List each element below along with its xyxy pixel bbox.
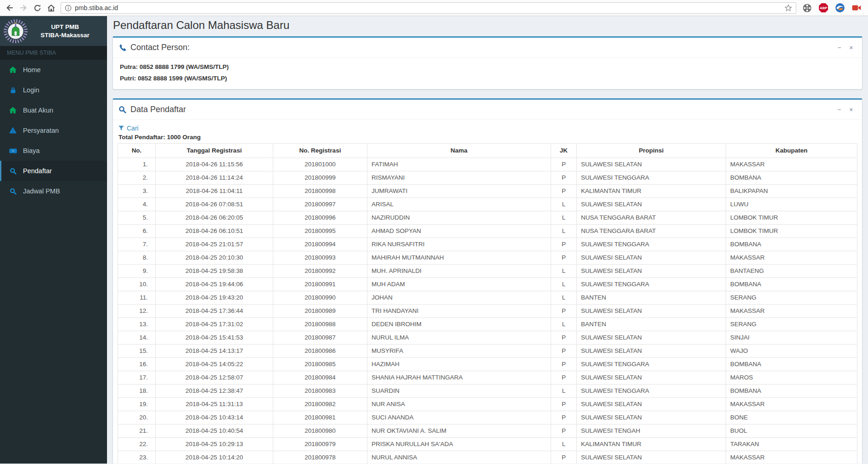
back-icon[interactable] — [3, 1, 17, 15]
extension-icons: ABP — [802, 3, 863, 13]
sidebar-item-jadwal-pmb[interactable]: Jadwal PMB — [0, 181, 107, 201]
url-bar[interactable]: pmb.stiba.ac.id — [61, 2, 796, 14]
cari-filter-link[interactable]: Cari — [118, 124, 139, 132]
table-row: 13.2018-04-25 17:31:02201800988DEDEN IBR… — [118, 318, 857, 331]
close-icon[interactable]: × — [849, 45, 853, 51]
sidebar-item-pendaftar[interactable]: Pendaftar — [0, 161, 107, 181]
sidebar-item-biaya[interactable]: Biaya — [0, 141, 107, 161]
close-icon[interactable]: × — [849, 107, 853, 113]
sidebar-item-label: Persyaratan — [23, 127, 59, 134]
home-icon[interactable] — [44, 1, 58, 15]
sidebar-item-persyaratan[interactable]: Persyaratan — [0, 120, 107, 141]
search-icon — [8, 168, 18, 175]
brand-text: UPT PMB STIBA-Makassar — [28, 23, 102, 39]
main-content: Pendaftaran Calon Mahasiswa Baru Contact… — [107, 16, 868, 464]
contact-panel-title: Contact Person: — [130, 43, 190, 52]
table-row: 6.2018-04-26 06:10:51201800995AHMAD SOPY… — [118, 225, 857, 238]
column-header: Kabupaten — [726, 144, 857, 158]
lock-icon — [8, 87, 18, 94]
contact-panel-header: Contact Person: − × — [113, 38, 862, 58]
sidebar-item-label: Login — [23, 86, 39, 94]
sidebar-item-label: Home — [23, 66, 41, 74]
sidebar-item-login[interactable]: Login — [0, 80, 107, 100]
sidebar: UPT PMB STIBA-Makassar MENU PMB STIBA Ho… — [0, 16, 107, 464]
column-header: No. — [118, 144, 156, 158]
page-info-icon[interactable] — [65, 5, 72, 11]
column-header: No. Registrasi — [273, 144, 367, 158]
table-header-row: No.Tanggal RegistrasiNo. RegistrasiNamaJ… — [118, 144, 857, 158]
stiba-logo — [4, 19, 28, 43]
browser-window: pmb.stiba.ac.id ABP — [0, 0, 868, 464]
table-row: 21.2018-04-25 10:40:54201800980NUR OKTAV… — [118, 424, 857, 438]
data-panel-header: Data Pendaftar − × — [113, 100, 862, 120]
column-header: Propinsi — [577, 144, 726, 158]
table-row: 20.2018-04-25 10:43:14201800981SUCI ANAN… — [118, 411, 857, 424]
table-row: 14.2018-04-25 15:41:53201800987NURUL ILM… — [118, 331, 857, 345]
table-row: 4.2018-04-26 07:08:51201800997ARISALLSUL… — [118, 198, 857, 211]
url-text[interactable]: pmb.stiba.ac.id — [75, 4, 118, 11]
table-row: 11.2018-04-25 19:43:20201800990JOHANLBAN… — [118, 291, 857, 305]
svg-text:ABP: ABP — [820, 6, 827, 10]
contact-panel-body: Putra: 0852 8888 1799 (WA/SMS/TLP) Putri… — [113, 58, 862, 89]
table-row: 9.2018-04-25 19:58:38201800992MUH. APRIN… — [118, 265, 857, 278]
filter-icon — [118, 125, 124, 131]
browser-toolbar: pmb.stiba.ac.id ABP — [0, 0, 868, 16]
sidebar-brand: UPT PMB STIBA-Makassar — [0, 16, 107, 46]
table-row: 19.2018-04-25 11:31:13201800982NUR ANISA… — [118, 398, 857, 411]
home-icon — [8, 66, 18, 74]
sidebar-item-label: Pendaftar — [23, 167, 52, 175]
search-icon — [118, 106, 126, 113]
sidebar-item-label: Jadwal PMB — [23, 187, 60, 195]
search-icon — [8, 188, 18, 195]
warning-icon — [8, 127, 18, 134]
page-title: Pendaftaran Calon Mahasiswa Baru — [113, 19, 862, 32]
table-row: 12.2018-04-25 17:36:44201800989TRI HANDA… — [118, 305, 857, 318]
collapse-icon[interactable]: − — [838, 107, 841, 113]
screen-recorder-extension-icon[interactable] — [851, 3, 862, 13]
table-row: 16.2018-04-25 14:05:22201800985HAZIMAHPS… — [118, 358, 857, 371]
film-reel-extension-icon[interactable] — [802, 3, 812, 13]
contact-panel: Contact Person: − × Putra: 0852 8888 179… — [113, 36, 862, 90]
contact-putri: Putri: 0852 8888 1599 (WA/SMS/TLP) — [120, 75, 855, 82]
column-header: Nama — [367, 144, 551, 158]
data-panel-body: Cari Total Pendaftar: 1000 Orang No.Tang… — [113, 120, 862, 464]
sidebar-item-buat-akun[interactable]: Buat Akun — [0, 100, 107, 120]
adblock-plus-extension-icon[interactable]: ABP — [818, 3, 829, 13]
bookmark-star-icon[interactable] — [784, 4, 792, 12]
table-row: 8.2018-04-25 20:10:30201800993MAHIRAH MU… — [118, 251, 857, 265]
table-row: 7.2018-04-25 21:01:57201800994RIKA NURSA… — [118, 238, 857, 251]
table-row: 22.2018-04-25 10:29:13201800979PRISKA NU… — [118, 438, 857, 451]
table-row: 18.2018-04-25 12:38:47201800983SUARDINLS… — [118, 385, 857, 398]
table-row: 23.2018-04-25 10:14:20201800978NURUL ANN… — [118, 451, 857, 464]
forward-icon[interactable] — [17, 1, 30, 15]
total-pendaftar: Total Pendaftar: 1000 Orang — [118, 134, 857, 141]
table-row: 2.2018-04-26 11:14:24201800999RISMAYANIP… — [118, 171, 857, 185]
contact-putra: Putra: 0852 8888 1799 (WA/SMS/TLP) — [120, 63, 855, 70]
table-row: 5.2018-04-26 06:20:05201800996NAZIRUDDIN… — [118, 211, 857, 225]
table-row: 1.2018-04-26 11:15:56201801000FATIMAHPSU… — [118, 158, 857, 171]
column-header: Tanggal Registrasi — [156, 144, 273, 158]
collapse-icon[interactable]: − — [838, 45, 841, 51]
eagle-extension-icon[interactable] — [835, 3, 845, 13]
table-row: 15.2018-04-25 14:13:17201800986MUSYRIFAP… — [118, 345, 857, 358]
pendaftar-table: No.Tanggal RegistrasiNo. RegistrasiNamaJ… — [118, 143, 857, 464]
data-panel: Data Pendaftar − × Cari Total Pendaftar:… — [113, 98, 862, 464]
sidebar-section-label: MENU PMB STIBA — [0, 46, 107, 60]
table-row: 3.2018-04-26 11:04:11201800998JUMRAWATIP… — [118, 185, 857, 198]
reload-icon[interactable] — [30, 1, 44, 15]
table-row: 17.2018-04-25 12:58:07201800984SHANIA HA… — [118, 371, 857, 385]
sidebar-menu: HomeLoginBuat AkunPersyaratanBiayaPendaf… — [0, 60, 107, 201]
table-row: 10.2018-04-25 19:44:06201800991MUH ADAML… — [118, 278, 857, 291]
sidebar-item-label: Biaya — [23, 147, 39, 154]
sidebar-item-home[interactable]: Home — [0, 60, 107, 80]
home-icon — [8, 107, 18, 114]
column-header: JK — [551, 144, 577, 158]
data-panel-title: Data Pendaftar — [130, 105, 186, 114]
sidebar-item-label: Buat Akun — [23, 107, 53, 114]
phone-icon — [118, 44, 126, 51]
money-icon — [8, 147, 18, 155]
